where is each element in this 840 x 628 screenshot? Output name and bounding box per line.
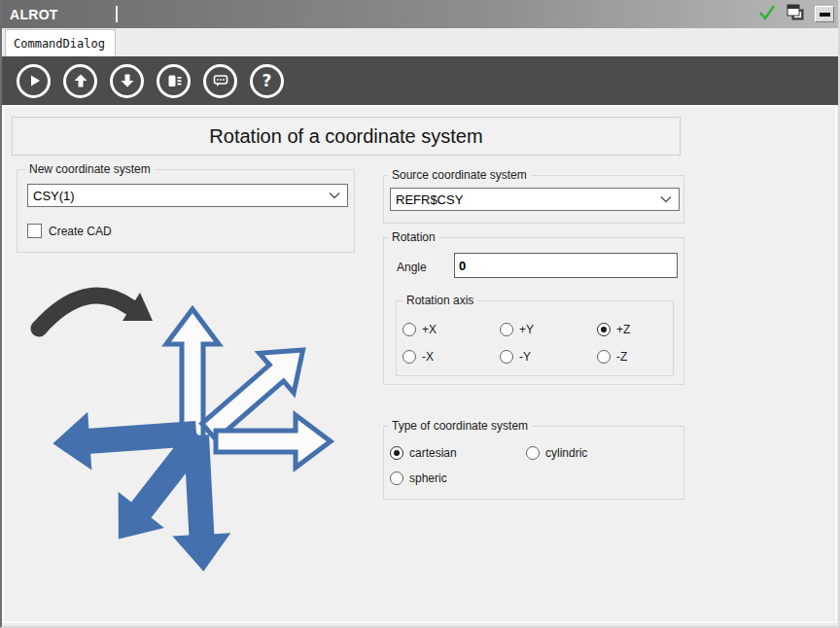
group-type-of-coordinate-system: Type of coordinate system cartesian cyli… [383,426,684,500]
radio-axis-plus-z[interactable]: +Z [597,323,630,336]
angle-label: Angle [397,261,427,274]
chevron-down-icon [329,192,340,199]
tab-label: CommandDialog [14,37,105,51]
title-bar: ALROT [0,0,840,28]
move-up-button[interactable] [63,64,97,98]
trash-list-icon [165,72,183,89]
window-title: ALROT [10,7,58,22]
group-label: New coordinate system [25,162,155,176]
create-cad-checkbox[interactable]: Create CAD [27,224,112,238]
combo-value: CSY(1) [33,189,329,203]
new-cs-combobox[interactable]: CSY(1) [27,184,348,207]
titlebar-separator [116,6,118,22]
checkbox-box [27,224,42,238]
checkbox-label: Create CAD [49,225,112,238]
execute-button[interactable] [17,64,51,98]
radio-type-spheric[interactable]: spheric [390,471,447,485]
group-source-coordinate-system: Source coordinate system REFR$CSY [383,175,684,224]
radio-circle [402,323,416,336]
speech-bubble-icon [212,72,229,89]
group-rotation: Rotation Angle Rotation axis +X +Y +Z -X [383,237,684,385]
move-down-button[interactable] [110,64,144,98]
play-icon [25,72,43,89]
chevron-down-icon [660,195,672,203]
delete-protocol-button[interactable] [157,64,191,98]
rotation-curve-arrow [39,293,153,329]
radio-axis-minus-y[interactable]: -Y [500,350,531,364]
tab-command-dialog[interactable]: CommandDialog [5,29,116,56]
group-label: Rotation [388,230,439,244]
coordinate-rotation-graphic [29,268,364,597]
dialog-content: Rotation of a coordinate system New coor… [2,105,837,623]
radio-axis-minus-x[interactable]: -X [402,350,434,364]
radio-type-cartesian[interactable]: cartesian [390,446,457,460]
green-checkmark-icon [758,4,776,25]
comment-button[interactable] [203,64,237,98]
group-label: Source coordinate system [388,168,531,182]
minimize-icon [820,13,830,17]
group-label: Type of coordinate system [388,419,532,433]
radio-circle [402,350,416,364]
radio-type-cylindric[interactable]: cylindric [526,446,587,460]
help-button[interactable]: ? [250,64,284,98]
question-mark-icon: ? [262,73,272,89]
angle-input[interactable] [454,253,678,278]
tab-strip: CommandDialog [2,28,838,56]
alrot-dialog-window: ALROT CommandDialog [0,0,840,628]
radio-circle-selected [390,446,403,460]
dialog-header: Rotation of a coordinate system [12,117,681,156]
combo-value: REFR$CSY [396,192,660,207]
source-cs-combobox[interactable]: REFR$CSY [390,188,680,211]
radio-circle [500,350,513,364]
radio-circle-selected [597,323,611,336]
radio-circle [597,350,611,364]
toolbar: ? [2,56,838,105]
arrow-down-icon [119,72,136,89]
group-label: Rotation axis [402,294,477,307]
radio-axis-minus-z[interactable]: -Z [597,350,627,364]
group-rotation-axis: Rotation axis +X +Y +Z -X -Y -Z [396,300,674,376]
overlapping-windows-icon[interactable] [785,3,806,25]
radio-axis-plus-x[interactable]: +X [402,323,437,336]
radio-circle [390,471,403,485]
minimize-button[interactable] [815,6,834,22]
radio-circle [500,323,513,336]
group-new-coordinate-system: New coordinate system CSY(1) Create CAD [17,169,355,253]
arrow-up-icon [72,72,89,89]
page-title: Rotation of a coordinate system [209,125,482,148]
radio-circle [526,446,540,460]
radio-axis-plus-y[interactable]: +Y [500,323,534,336]
